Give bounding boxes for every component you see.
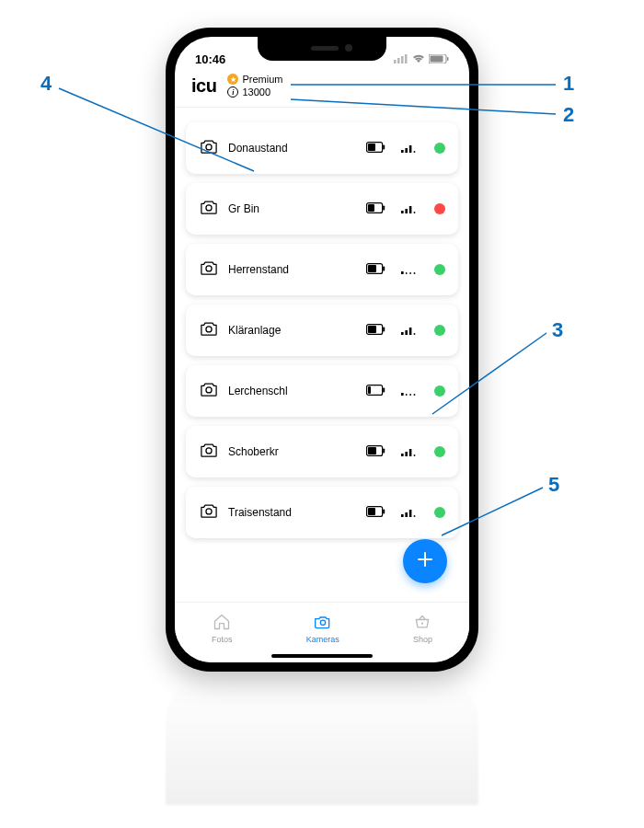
svg-point-15 <box>206 205 212 211</box>
status-dot <box>434 446 445 457</box>
svg-rect-18 <box>383 206 385 211</box>
camera-icon <box>199 259 219 280</box>
battery-icon <box>366 261 386 278</box>
svg-point-7 <box>206 144 212 150</box>
camera-icon <box>199 381 219 401</box>
camera-name: Traisenstand <box>228 506 357 519</box>
nav-shop[interactable]: Shop <box>413 613 432 644</box>
svg-rect-37 <box>409 328 412 335</box>
home-icon <box>213 613 231 633</box>
battery-icon <box>366 383 386 399</box>
camera-list[interactable]: DonaustandGr BinHerrenstandKläranlageLer… <box>175 113 469 602</box>
phone-screen: 10:46 icu ★ Premium <box>175 37 469 662</box>
nav-shop-label: Shop <box>413 635 432 644</box>
camera-item[interactable]: Donaustand <box>186 122 458 174</box>
wifi-icon <box>412 52 425 66</box>
svg-rect-20 <box>405 209 408 213</box>
star-icon: ★ <box>227 74 238 85</box>
camera-nav-icon <box>314 613 332 633</box>
signal-icon <box>401 201 418 217</box>
battery-icon <box>366 504 386 521</box>
svg-point-28 <box>406 272 408 274</box>
plus-icon <box>415 549 435 573</box>
svg-rect-9 <box>368 144 375 151</box>
svg-point-63 <box>320 620 325 625</box>
battery-status-icon <box>429 52 449 66</box>
svg-rect-50 <box>383 449 385 454</box>
svg-rect-13 <box>409 145 412 153</box>
home-indicator[interactable] <box>271 654 373 658</box>
svg-rect-3 <box>405 54 408 63</box>
points-row[interactable]: i 13000 <box>227 86 282 98</box>
status-dot <box>434 143 445 154</box>
battery-icon <box>366 322 386 339</box>
camera-name: Donaustand <box>228 142 357 155</box>
cellular-icon <box>394 52 408 66</box>
svg-rect-36 <box>405 330 408 335</box>
camera-icon <box>199 320 219 340</box>
svg-point-14 <box>414 151 416 153</box>
svg-rect-0 <box>394 60 397 63</box>
svg-rect-2 <box>401 56 404 63</box>
svg-point-44 <box>406 394 408 396</box>
svg-rect-35 <box>401 332 404 335</box>
svg-point-31 <box>206 327 212 332</box>
signal-icon <box>401 322 418 339</box>
status-dot <box>434 507 445 518</box>
svg-point-46 <box>414 394 416 396</box>
svg-point-47 <box>206 448 212 454</box>
svg-point-38 <box>414 333 416 335</box>
phone-reflection <box>166 676 478 805</box>
svg-rect-49 <box>368 447 376 454</box>
header-divider <box>175 107 469 108</box>
camera-icon <box>199 138 219 158</box>
svg-rect-52 <box>405 452 408 456</box>
signal-icon <box>401 140 418 156</box>
svg-rect-41 <box>368 386 371 394</box>
status-time: 10:46 <box>195 52 225 66</box>
camera-item[interactable]: Traisenstand <box>186 487 458 538</box>
basket-icon <box>413 613 431 633</box>
camera-item[interactable]: Gr Bin <box>186 183 458 235</box>
app-header: icu ★ Premium i 13000 <box>175 68 469 107</box>
status-indicators <box>394 52 449 66</box>
camera-item[interactable]: Kläranlage <box>186 305 458 356</box>
camera-item[interactable]: Herrenstand <box>186 244 458 295</box>
svg-rect-21 <box>409 206 412 213</box>
premium-row[interactable]: ★ Premium <box>227 74 282 85</box>
svg-rect-53 <box>409 449 412 456</box>
svg-rect-33 <box>368 326 376 333</box>
svg-rect-51 <box>401 454 404 456</box>
nav-fotos-label: Fotos <box>212 635 233 644</box>
camera-item[interactable]: Lerchenschl <box>186 365 458 417</box>
svg-point-39 <box>206 387 212 393</box>
battery-icon <box>366 140 386 156</box>
info-icon: i <box>227 86 238 98</box>
camera-icon <box>199 199 219 219</box>
camera-item[interactable]: Schoberkr <box>186 426 458 477</box>
nav-kameras[interactable]: Kameras <box>306 613 339 644</box>
svg-point-62 <box>414 515 416 517</box>
callout-3: 3 <box>552 318 563 342</box>
svg-rect-25 <box>368 265 376 272</box>
camera-icon <box>199 442 219 462</box>
nav-fotos[interactable]: Fotos <box>212 613 233 644</box>
phone-notch <box>258 37 386 61</box>
svg-rect-6 <box>447 57 449 61</box>
svg-rect-59 <box>401 514 404 517</box>
battery-icon <box>366 443 386 460</box>
svg-rect-17 <box>368 204 374 212</box>
callout-5: 5 <box>548 473 559 497</box>
svg-rect-43 <box>401 393 404 396</box>
svg-rect-27 <box>401 271 404 274</box>
svg-rect-34 <box>383 328 385 332</box>
camera-icon <box>199 502 219 523</box>
svg-rect-19 <box>401 211 404 213</box>
add-camera-button[interactable] <box>403 539 447 583</box>
signal-icon <box>401 504 418 521</box>
signal-icon <box>401 383 418 399</box>
callout-1: 1 <box>563 72 574 96</box>
premium-label: Premium <box>242 74 282 85</box>
camera-name: Herrenstand <box>228 263 357 276</box>
camera-name: Kläranlage <box>228 324 357 337</box>
